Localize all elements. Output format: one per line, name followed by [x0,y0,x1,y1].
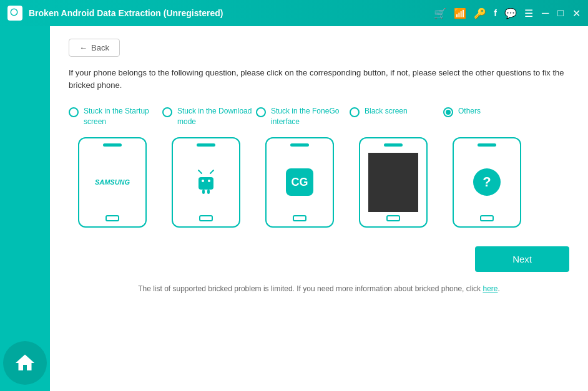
phone-home-5 [480,215,494,221]
option-startup-label: Stuck in the Startup screen [84,106,162,127]
phone-body-download[interactable] [172,137,240,228]
back-button[interactable]: ← Back [69,39,120,57]
here-link[interactable]: here [483,284,497,293]
phone-notch-1 [103,143,122,147]
phone-home-3 [293,215,306,221]
app-title: Broken Android Data Extraction (Unregist… [29,8,223,18]
option-startup[interactable]: Stuck in the Startup screen [69,106,162,127]
samsung-logo: SAMSUNG [95,178,130,186]
phone-screen-others: ? [462,153,512,212]
svg-point-4 [208,180,210,182]
chat-icon[interactable]: 💬 [504,7,517,19]
svg-point-3 [202,180,204,182]
question-mark-icon: ? [473,168,501,196]
phones-row: SAMSUNG [69,137,569,228]
phone-notch-2 [197,143,215,147]
svg-line-6 [210,170,213,173]
close-button[interactable]: ✕ [572,7,581,19]
radio-others[interactable] [443,107,453,117]
phone-notch-4 [384,143,403,147]
option-fonego[interactable]: Stuck in the FoneGo interface [256,106,350,127]
phone-notch-3 [290,143,309,147]
option-black[interactable]: Black screen [350,106,443,117]
main-panel: ← Back If your phone belongs to the foll… [50,26,588,391]
description-text: If your phone belongs to the following q… [69,67,569,91]
android-robot-icon [191,167,221,197]
footer-suffix: . [497,284,499,293]
phone-body-black[interactable] [359,137,428,228]
option-others[interactable]: Others [443,106,537,117]
phone-home-4 [386,215,400,221]
phone-others: ? [443,137,531,228]
phone-screen-fonego: CG [275,153,325,212]
phone-body-others[interactable]: ? [453,137,521,228]
svg-rect-8 [207,190,210,194]
sidebar [0,26,50,391]
phone-startup: SAMSUNG [69,137,156,228]
radio-black[interactable] [350,107,360,117]
phone-black [350,137,437,228]
next-btn-row: Next [69,246,569,272]
svg-line-5 [198,170,202,173]
phone-screen-startup: SAMSUNG [87,153,137,212]
app-icon [7,6,22,21]
options-row: Stuck in the Startup screen Stuck in the… [69,106,569,127]
content-area: ← Back If your phone belongs to the foll… [0,26,588,391]
restore-button[interactable]: □ [557,7,564,19]
home-button[interactable] [3,341,47,385]
footer-text: The list of supported bricked problem is… [138,284,483,293]
option-fonego-label: Stuck in the FoneGo interface [271,106,350,127]
wifi-icon[interactable]: 📶 [454,7,466,19]
menu-icon[interactable]: ☰ [524,7,533,19]
option-download-label: Stuck in the Download mode [177,106,256,127]
title-bar-right: 🛒 📶 🔑 f 💬 ☰ ─ □ ✕ [434,7,581,19]
radio-fonego[interactable] [256,107,266,117]
option-others-label: Others [458,106,481,117]
phone-fonego: CG [256,137,343,228]
svg-rect-7 [202,190,205,194]
back-label: Back [91,43,109,52]
phone-notch-5 [478,143,496,147]
phone-home-2 [199,215,213,221]
title-bar-left: Broken Android Data Extraction (Unregist… [7,6,223,21]
phone-download [162,137,250,228]
phone-home-1 [105,215,119,221]
footer: The list of supported bricked problem is… [69,284,569,293]
phone-screen-download [181,153,231,212]
option-download[interactable]: Stuck in the Download mode [162,106,256,127]
minimize-button[interactable]: ─ [542,7,549,19]
facebook-icon[interactable]: f [494,8,497,18]
title-bar-icons: 🛒 📶 🔑 f 💬 ☰ [434,7,533,19]
radio-startup[interactable] [69,107,79,117]
phone-body-fonego[interactable]: CG [265,137,334,228]
cart-icon[interactable]: 🛒 [434,7,446,19]
next-button[interactable]: Next [475,246,569,272]
radio-download[interactable] [162,107,172,117]
back-arrow-icon: ← [79,43,87,52]
black-screen [368,153,418,212]
cg-logo: CG [286,168,313,196]
svg-rect-2 [198,177,213,190]
option-black-label: Black screen [365,106,408,117]
key-icon[interactable]: 🔑 [474,7,486,19]
phone-body-startup[interactable]: SAMSUNG [78,137,147,228]
title-bar: Broken Android Data Extraction (Unregist… [0,0,588,26]
